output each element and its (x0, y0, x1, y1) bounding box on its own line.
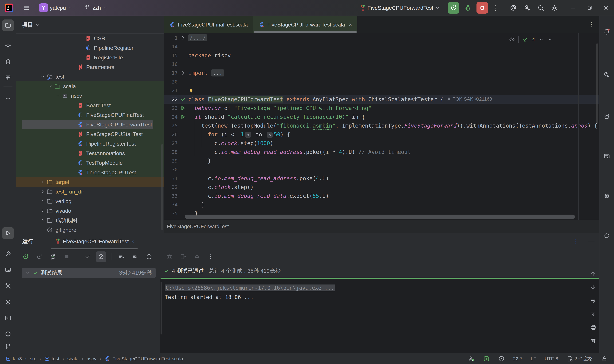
code-with-me-status-icon[interactable] (468, 355, 475, 362)
status-crumb-scala[interactable]: scala (67, 356, 79, 362)
chevron-right-icon[interactable] (39, 199, 46, 204)
next-problem-icon[interactable] (547, 37, 553, 42)
restore-icon[interactable] (586, 5, 593, 11)
tree-item-test_run_dir[interactable]: test_run_dir (16, 187, 164, 196)
run-test-icon[interactable] (178, 114, 188, 120)
ai-assistant-icon[interactable] (601, 69, 613, 80)
run-test-icon[interactable] (178, 105, 188, 111)
settings-button[interactable] (549, 2, 560, 13)
console-output[interactable]: C:\Users\26586\.jdks\temurin-17.0.16\bin… (160, 279, 599, 302)
auto-test-icon[interactable] (48, 251, 58, 262)
tree-item-test[interactable]: test (16, 72, 164, 81)
line-separator[interactable]: LF (531, 356, 536, 362)
tab-options-icon[interactable]: ⋮ (588, 21, 595, 28)
test-results-root-node[interactable]: 测试结果 35秒 419毫秒 (22, 268, 156, 278)
scroll-end-icon[interactable] (590, 311, 596, 317)
breadcrumb[interactable]: FiveStageCPUForwardTest (167, 223, 229, 229)
camera-dim-icon[interactable] (164, 251, 175, 262)
rerun-failed-icon[interactable] (34, 251, 45, 262)
chevron-down-icon[interactable] (39, 74, 46, 79)
stop-button[interactable] (476, 2, 488, 13)
tree-item-gitignore[interactable]: gitignore (16, 225, 164, 233)
structure-icon[interactable] (2, 72, 14, 84)
chevron-right-icon[interactable] (39, 189, 46, 194)
tree-item-PipelineRegister[interactable]: PipelineRegister (16, 43, 164, 53)
vcs-widget[interactable]: zzh (84, 5, 107, 11)
lock-icon[interactable] (601, 356, 608, 362)
indent-widget[interactable]: 2 个空格 (567, 355, 593, 362)
tree-item-成功截图[interactable]: 成功截图 (16, 216, 164, 225)
tree-item-FiveStageCPUForwardTest[interactable]: FiveStageCPUForwardTest (16, 120, 164, 129)
tree-item-CSR[interactable]: CSR (16, 34, 164, 43)
tree-item-FiveStageCPUFinalTest[interactable]: FiveStageCPUFinalTest (16, 110, 164, 120)
commit-icon[interactable] (2, 40, 14, 52)
fold-arrow-icon[interactable] (178, 70, 188, 76)
project-tree-scrollbar[interactable] (161, 144, 163, 230)
tree-item-ThreeStageCPUTest[interactable]: ThreeStageCPUTest (16, 168, 164, 177)
kebab-icon[interactable] (206, 251, 216, 262)
stop-sq-icon[interactable] (62, 251, 72, 262)
caret-position[interactable]: 22:7 (513, 356, 522, 362)
sort-icon[interactable] (116, 251, 127, 262)
tree-item-PipelineRegisterTest[interactable]: PipelineRegisterTest (16, 139, 164, 148)
run-more-button[interactable]: ⋮ (489, 2, 501, 13)
print-icon[interactable] (590, 324, 596, 331)
intention-bulb-icon[interactable] (188, 88, 194, 94)
problems-icon[interactable] (2, 328, 14, 340)
main-menu-button[interactable] (20, 2, 32, 13)
rerun-button[interactable] (448, 2, 459, 13)
tree-item-FiveStageCPUStallTest[interactable]: FiveStageCPUStallTest (16, 129, 164, 139)
slash-icon[interactable] (96, 251, 106, 262)
play-icon[interactable] (2, 227, 14, 239)
tree-item-vivado[interactable]: vivado (16, 206, 164, 216)
door-dim-icon[interactable] (178, 251, 189, 262)
pull-requests-icon[interactable] (2, 56, 14, 67)
chevron-down-icon[interactable] (47, 84, 54, 89)
database-icon[interactable] (601, 110, 613, 122)
documentation-icon[interactable] (601, 150, 613, 162)
run-tab-close-icon[interactable]: × (131, 238, 135, 245)
status-crumb-test[interactable]: test (44, 356, 59, 362)
chevron-right-icon[interactable] (39, 208, 46, 213)
editor-vertical-scrollbar[interactable] (596, 43, 598, 123)
tab-fivestagecpuforwardtest[interactable]: FiveStageCPUForwardTest.scala × (253, 16, 358, 33)
run-panel-options-icon[interactable]: ⋮ (573, 238, 579, 245)
tree-item-Parameters[interactable]: Parameters (16, 62, 164, 72)
clock-icon[interactable] (144, 251, 154, 262)
more-h-icon[interactable] (2, 93, 14, 104)
tab-close-icon[interactable]: × (349, 22, 352, 28)
console-scrollbar[interactable] (161, 282, 162, 335)
status-crumb-lab3[interactable]: lab3 (5, 356, 22, 362)
run-config-selector[interactable]: FiveStageCPUForwardTest (359, 4, 440, 11)
search-everywhere-button[interactable] (535, 2, 546, 13)
status-crumb-src[interactable]: src (30, 356, 36, 362)
plugin-polygon-icon[interactable] (601, 230, 613, 242)
reader-mode-eye-icon[interactable] (508, 36, 515, 43)
build-hammer-icon[interactable] (2, 248, 14, 260)
gauge-dim-icon[interactable] (192, 251, 202, 262)
notifications-icon[interactable] (601, 26, 613, 37)
file-encoding[interactable]: UTF-8 (544, 356, 558, 362)
arrow-down-icon[interactable] (590, 284, 596, 290)
hide-panel-icon[interactable]: — (588, 238, 595, 245)
fold-arrow-icon[interactable] (178, 35, 188, 41)
arrow-up-icon[interactable] (590, 271, 596, 277)
terminal-icon[interactable] (2, 312, 14, 324)
code-analysis-gauge-icon[interactable] (498, 355, 505, 362)
soft-wrap-icon[interactable] (590, 298, 596, 304)
tree-item-BoardTest[interactable]: BoardTest (16, 101, 164, 110)
run-tab[interactable]: FiveStageCPUForwardTest × (51, 234, 138, 249)
project-panel-header[interactable]: 项目 (16, 16, 164, 34)
branch-icon[interactable] (2, 341, 14, 352)
debug-button[interactable] (462, 2, 474, 13)
profiler-icon[interactable] (2, 296, 14, 308)
project-widget[interactable]: Y yatcpu (39, 3, 72, 12)
close-icon[interactable] (603, 5, 609, 11)
tree-item-RegisterFile[interactable]: RegisterFile (16, 53, 164, 62)
chevron-right-icon[interactable] (39, 180, 46, 184)
tree-item-riscv[interactable]: riscv (16, 91, 164, 101)
ai-assistant-button[interactable] (507, 2, 519, 13)
test-passed-gutter-icon[interactable] (178, 96, 188, 102)
status-crumb-riscv[interactable]: riscv (86, 356, 97, 362)
chevron-down-icon[interactable] (55, 93, 62, 98)
